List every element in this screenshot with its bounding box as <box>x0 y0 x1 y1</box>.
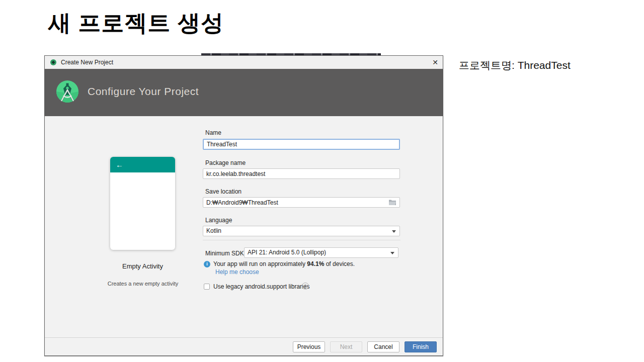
preview-card-appbar: ← <box>110 157 175 172</box>
empty-activity-preview-card: ← <box>110 157 175 250</box>
previous-button[interactable]: Previous <box>293 341 325 352</box>
save-location-input[interactable] <box>203 197 400 208</box>
finish-button[interactable]: Finish <box>405 341 437 352</box>
legacy-support-checkbox[interactable] <box>204 284 210 290</box>
template-name: Empty Activity <box>110 262 175 270</box>
sdk-coverage-percent: 94.1% <box>307 260 324 267</box>
cancel-button[interactable]: Cancel <box>367 341 399 352</box>
slide-title: 새 프로젝트 생성 <box>48 8 224 38</box>
name-input[interactable] <box>203 139 400 150</box>
close-icon[interactable]: ✕ <box>432 58 438 67</box>
dialog-buttonbar: Previous Next Cancel Finish <box>45 337 443 355</box>
legacy-support-label: Use legacy android.support libraries <box>213 283 309 290</box>
dialog-header: Configure Your Project <box>45 69 443 116</box>
back-arrow-icon: ← <box>116 160 123 169</box>
package-name-input[interactable] <box>203 168 400 179</box>
slide: 새 프로젝트 생성 프로젝트명: ThreadTest Create New P… <box>0 0 644 362</box>
sdk-coverage-prefix: Your app will run on approximately <box>213 260 307 267</box>
help-me-choose-link[interactable]: Help me choose <box>215 268 259 276</box>
language-label: Language <box>205 217 232 224</box>
package-name-label: Package name <box>205 159 246 166</box>
template-description: Creates a new empty activity <box>93 281 193 287</box>
language-dropdown[interactable]: Kotlin <box>203 226 400 236</box>
minimum-sdk-value: API 21: Android 5.0 (Lollipop) <box>248 249 326 256</box>
android-studio-app-icon <box>50 59 56 65</box>
save-location-label: Save location <box>205 188 242 195</box>
dialog-content: ← Empty Activity Creates a new empty act… <box>45 116 443 338</box>
create-new-project-dialog: Create New Project ✕ Configure Your Proj… <box>44 55 443 356</box>
question-help-icon[interactable]: ? <box>302 283 309 290</box>
sdk-coverage-suffix: of devices. <box>324 260 355 267</box>
minimum-sdk-dropdown[interactable]: API 21: Android 5.0 (Lollipop) <box>244 247 398 258</box>
chevron-down-icon <box>392 230 396 233</box>
browse-folder-icon[interactable] <box>388 199 396 206</box>
info-icon: i <box>204 261 210 267</box>
header-title: Configure Your Project <box>88 85 199 98</box>
android-studio-logo-icon <box>55 79 79 104</box>
name-label: Name <box>205 129 221 136</box>
dialog-title: Create New Project <box>61 59 113 66</box>
dialog-titlebar: Create New Project ✕ <box>45 56 443 69</box>
project-name-annotation: 프로젝트명: ThreadTest <box>459 58 571 72</box>
section-separator <box>203 240 400 240</box>
minimum-sdk-label: Minimum SDK <box>205 250 244 257</box>
next-button[interactable]: Next <box>330 341 362 352</box>
chevron-down-icon <box>390 252 394 254</box>
sdk-coverage-text: Your app will run on approximately 94.1%… <box>213 260 355 267</box>
language-value: Kotlin <box>206 227 221 234</box>
